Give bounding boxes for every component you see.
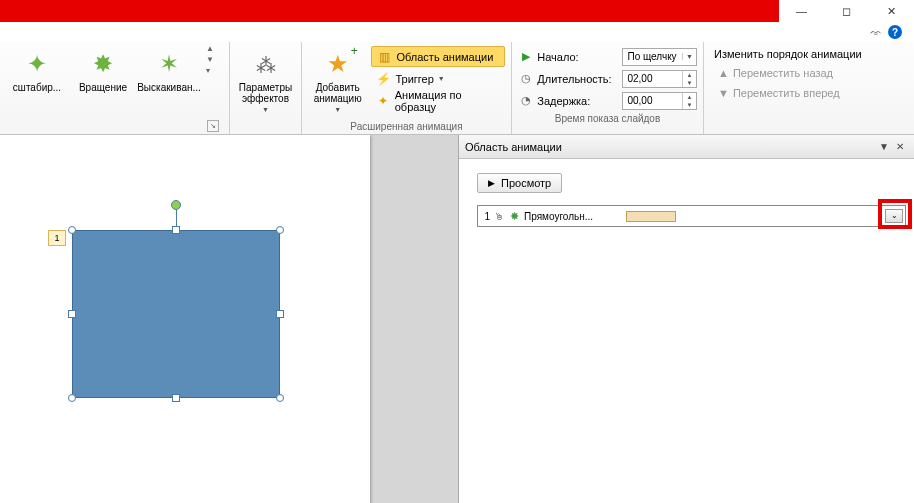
rectangle-shape[interactable] <box>72 230 280 398</box>
duration-spinner[interactable]: 02,00 ▲▼ <box>622 70 697 88</box>
pane-menu-icon[interactable]: ▼ <box>876 141 892 152</box>
clock-icon: ◷ <box>518 72 533 85</box>
timing-group-label: Время показа слайдов <box>518 111 697 126</box>
resize-handle[interactable] <box>172 394 180 402</box>
play-icon: ▶ <box>488 178 495 188</box>
move-earlier-button: ▲ Переместить назад <box>710 63 900 82</box>
animation-list-item[interactable]: 1 🖱 ✸ Прямоугольн... ⌄ <box>478 206 905 226</box>
item-index: 1 <box>478 211 492 222</box>
star-plus-icon: ★+ <box>322 48 354 80</box>
chevron-down-icon: ▼ <box>682 53 696 60</box>
add-animation-button[interactable]: ★+ Добавить анимацию ▼ <box>308 44 367 113</box>
resize-handle[interactable] <box>276 310 284 318</box>
effect-options-group: Параметры эффектов ▼ <box>230 42 302 134</box>
start-label: Начало: <box>537 51 618 63</box>
move-later-button: ▼ Переместить вперед <box>710 83 900 102</box>
star-icon: ✸ <box>87 48 119 80</box>
resize-handle[interactable] <box>172 226 180 234</box>
painter-icon: ✦ <box>375 93 390 109</box>
rotate-handle[interactable] <box>171 200 181 210</box>
gallery-down-icon[interactable]: ▼ <box>206 55 214 64</box>
pane-body: ▶ Просмотр 1 🖱 ✸ Прямоугольн... ⌄ <box>459 159 914 503</box>
window-controls: — ◻ ✕ <box>779 0 914 22</box>
lightning-icon: ⚡ <box>375 71 391 87</box>
delay-spinner[interactable]: 00,00 ▲▼ <box>622 92 697 110</box>
effect-zoom[interactable]: ✦ сштабир... <box>6 44 68 93</box>
ribbon: ✦ сштабир... ✸ Вращение ✶ Выскакиван... … <box>0 42 914 135</box>
reorder-group: Изменить порядок анимации ▲ Переместить … <box>704 42 906 134</box>
delay-label: Задержка: <box>537 95 618 107</box>
effect-spin[interactable]: ✸ Вращение <box>72 44 134 93</box>
chevron-down-icon: ▼ <box>262 106 269 113</box>
timeline-bar[interactable] <box>626 211 676 222</box>
chevron-down-icon: ▼ <box>334 106 341 113</box>
dialog-launcher-icon[interactable]: ↘ <box>207 120 219 132</box>
item-dropdown-button[interactable]: ⌄ <box>885 209 903 223</box>
gallery-more-icon[interactable]: ▾ <box>206 66 214 75</box>
item-name: Прямоугольн... <box>522 211 622 222</box>
resize-handle[interactable] <box>68 394 76 402</box>
mouse-click-icon: 🖱 <box>492 211 506 222</box>
minimize-button[interactable]: — <box>779 0 824 22</box>
arrow-down-icon: ▼ <box>718 87 729 99</box>
ribbon-collapse-icon[interactable]: ᨎ <box>870 26 882 38</box>
animation-gallery-group: ✦ сштабир... ✸ Вращение ✶ Выскакиван... … <box>0 42 230 134</box>
duration-label: Длительность: <box>537 73 618 85</box>
trigger-button[interactable]: ⚡ Триггер ▼ <box>371 68 505 89</box>
preview-button[interactable]: ▶ Просмотр <box>477 173 562 193</box>
animation-pane-toggle[interactable]: ▥ Область анимации <box>371 46 505 67</box>
title-bar: — ◻ ✕ <box>0 0 914 22</box>
star-icon: ✶ <box>153 48 185 80</box>
extended-animation-group: ★+ Добавить анимацию ▼ ▥ Область анимаци… <box>302 42 512 134</box>
pane-close-icon[interactable]: ✕ <box>892 141 908 152</box>
reorder-title: Изменить порядок анимации <box>710 46 900 62</box>
help-row: ᨎ ? <box>0 22 914 42</box>
close-button[interactable]: ✕ <box>869 0 914 22</box>
pane-title: Область анимации <box>465 141 876 153</box>
animation-painter-button[interactable]: ✦ Анимация по образцу <box>371 90 505 111</box>
start-dropdown[interactable]: По щелчку ▼ <box>622 48 697 66</box>
animation-pane: Область анимации ▼ ✕ ▶ Просмотр 1 🖱 ✸ Пр… <box>458 135 914 503</box>
maximize-button[interactable]: ◻ <box>824 0 869 22</box>
star-icon: ✦ <box>21 48 53 80</box>
arrow-up-icon: ▲ <box>718 67 729 79</box>
animation-order-tag[interactable]: 1 <box>48 230 66 246</box>
help-icon[interactable]: ? <box>888 25 902 39</box>
play-icon: ▶ <box>518 50 533 63</box>
resize-handle[interactable] <box>276 226 284 234</box>
pane-header: Область анимации ▼ ✕ <box>459 135 914 159</box>
slide-canvas[interactable]: 1 <box>0 135 458 503</box>
resize-handle[interactable] <box>68 226 76 234</box>
effect-options-button[interactable]: Параметры эффектов ▼ <box>236 44 295 113</box>
selected-shape[interactable]: 1 <box>72 230 280 398</box>
gallery-up-icon[interactable]: ▲ <box>206 44 214 53</box>
slide: 1 <box>0 135 370 503</box>
entrance-effect-icon: ✸ <box>506 210 522 223</box>
timing-group: ▶ Начало: По щелчку ▼ ◷ Длительность: 02… <box>512 42 704 134</box>
pane-icon: ▥ <box>376 49 392 65</box>
resize-handle[interactable] <box>68 310 76 318</box>
delay-icon: ◔ <box>518 94 533 107</box>
resize-handle[interactable] <box>276 394 284 402</box>
animation-list: 1 🖱 ✸ Прямоугольн... ⌄ <box>477 205 906 227</box>
effect-bounce[interactable]: ✶ Выскакиван... <box>138 44 200 93</box>
chevron-down-icon: ▼ <box>438 75 445 82</box>
extended-animation-label: Расширенная анимация <box>308 119 505 134</box>
effect-options-icon <box>250 48 282 80</box>
workspace: 1 Область анимации ▼ ✕ ▶ <box>0 135 914 503</box>
